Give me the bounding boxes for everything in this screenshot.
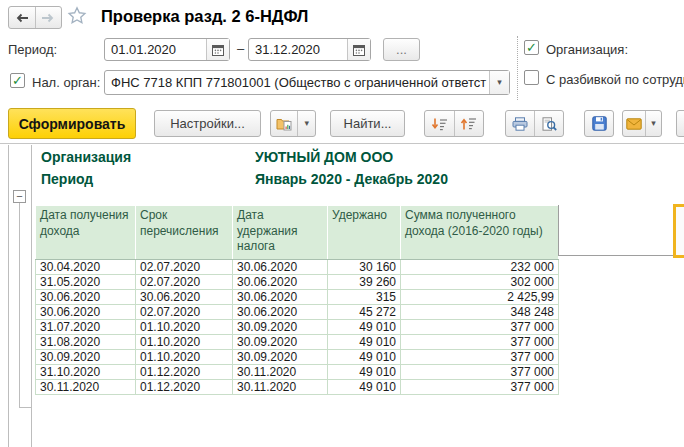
table-cell[interactable]: 01.10.2020 [136,349,233,364]
table-cell[interactable]: 49 010 [328,319,401,334]
table-cell[interactable]: 30.06.2020 [36,289,136,304]
report-variants-button[interactable] [271,111,297,136]
table-cell[interactable]: 232 000 [401,259,559,274]
table-cell[interactable]: 348 248 [401,304,559,319]
tax-office-checkbox[interactable]: ✓ [10,73,25,88]
report-table: Дата получения доходаСрок перечисленияДа… [35,205,559,395]
table-cell[interactable]: 30.11.2020 [36,379,136,394]
column-header[interactable]: Сумма полученного дохода (2016-2020 годы… [401,206,559,260]
table-cell[interactable]: 49 010 [328,334,401,349]
by-employee-checkbox[interactable] [524,70,539,85]
column-header[interactable]: Дата получения дохода [36,206,136,260]
report-header-period-value: Январь 2020 - Декабрь 2020 [255,171,448,187]
table-cell[interactable]: 30.06.2020 [233,304,328,319]
table-cell[interactable]: 30.06.2020 [233,289,328,304]
table-header-row: Дата получения доходаСрок перечисленияДа… [36,206,559,260]
arrow-right-icon [40,12,56,24]
find-button[interactable]: Найти... [330,110,405,137]
table-row: 31.08.202001.10.202030.09.202049 010377 … [36,334,559,349]
table-cell[interactable]: 30.09.2020 [36,349,136,364]
toolbar-separator [0,143,684,144]
save-button[interactable] [584,110,614,137]
table-cell[interactable]: 377 000 [401,364,559,379]
sort-ascending-button[interactable] [454,111,484,136]
sort-button-group [424,110,484,137]
table-cell[interactable]: 31.10.2020 [36,364,136,379]
table-cell[interactable]: 02.07.2020 [136,304,233,319]
table-cell[interactable]: 30.06.2020 [233,259,328,274]
table-cell[interactable]: 30 160 [328,259,401,274]
forward-button[interactable] [35,7,62,28]
period-to-value: 31.12.2020 [249,39,347,60]
email-split-button: ▾ [622,110,662,137]
table-cell[interactable]: 30.11.2020 [233,379,328,394]
table-cell[interactable]: 30.09.2020 [233,319,328,334]
table-row: 31.10.202001.12.202030.11.202049 010377 … [36,364,559,379]
period-label: Период: [8,42,57,57]
column-header[interactable]: Срок перечисления [136,206,233,260]
table-cell[interactable]: 30.06.2020 [136,289,233,304]
email-dropdown[interactable]: ▾ [645,111,661,136]
table-cell[interactable]: 01.10.2020 [136,319,233,334]
table-cell[interactable]: 01.12.2020 [136,364,233,379]
table-cell[interactable]: 377 000 [401,379,559,394]
period-to-calendar-button[interactable] [347,39,370,60]
collapse-group-button[interactable]: − [13,190,26,203]
table-cell[interactable]: 30.11.2020 [233,364,328,379]
table-cell[interactable]: 49 010 [328,349,401,364]
table-cell[interactable]: 30.04.2020 [36,259,136,274]
table-cell[interactable]: 49 010 [328,364,401,379]
report-window: Проверка разд. 2 6-НДФЛ Период: 01.01.20… [0,0,684,447]
generate-button[interactable]: Сформировать [8,108,136,139]
table-cell[interactable]: 377 000 [401,319,559,334]
favorite-star-icon[interactable] [67,6,87,26]
print-button-group [505,110,564,137]
report-header-org-value: УЮТНЫЙ ДОМ ООО [255,149,393,165]
period-from-calendar-button[interactable] [206,39,229,60]
table-cell[interactable]: 377 000 [401,349,559,364]
report-variants-dropdown[interactable]: ▾ [297,111,315,136]
column-header[interactable]: Удержано [328,206,401,260]
table-cell[interactable]: 30.06.2020 [233,274,328,289]
period-from-field[interactable]: 01.01.2020 [104,38,230,61]
period-variant-button[interactable]: ... [383,38,420,61]
table-cell[interactable]: 39 260 [328,274,401,289]
table-cell[interactable]: 315 [328,289,401,304]
by-employee-checkbox-label: С разбивкой по сотрудн [546,72,684,87]
table-cell[interactable]: 302 000 [401,274,559,289]
group-stem-foot [19,407,31,408]
tax-office-dropdown-button[interactable]: ▾ [489,71,509,94]
organization-checkbox[interactable]: ✓ [524,40,539,55]
table-cell[interactable]: 45 272 [328,304,401,319]
arrow-left-icon [14,12,30,24]
table-cell[interactable]: 30.09.2020 [233,334,328,349]
tax-office-combo[interactable]: ФНС 7718 КПП 771801001 (Общество с огран… [104,70,510,95]
print-button[interactable] [506,111,534,136]
email-button[interactable] [623,111,645,136]
period-from-value: 01.01.2020 [105,39,206,60]
table-cell[interactable]: 02.07.2020 [136,274,233,289]
report-variants-split-button: ▾ [270,110,316,137]
tax-office-value: ФНС 7718 КПП 771801001 (Общество с огран… [105,71,489,94]
table-cell[interactable]: 02.07.2020 [136,259,233,274]
table-cell[interactable]: 2 425,99 [401,289,559,304]
tax-office-label: Нал. орган: [32,75,100,90]
table-cell[interactable]: 01.12.2020 [136,379,233,394]
period-to-field[interactable]: 31.12.2020 [248,38,371,61]
table-cell[interactable]: 30.06.2020 [36,304,136,319]
table-cell[interactable]: 30.09.2020 [233,349,328,364]
sort-descending-button[interactable] [425,111,454,136]
table-row: 30.04.202002.07.202030.06.202030 160232 … [36,259,559,274]
table-cell[interactable]: 01.10.2020 [136,334,233,349]
table-cell[interactable]: 31.05.2020 [36,274,136,289]
more-toolbar-button[interactable] [676,110,684,137]
print-preview-button[interactable] [534,111,563,136]
column-header[interactable]: Дата удержания налога [233,206,328,260]
back-button[interactable] [9,7,35,28]
table-cell[interactable]: 31.07.2020 [36,319,136,334]
sort-descending-icon [431,117,448,131]
table-cell[interactable]: 49 010 [328,379,401,394]
settings-button[interactable]: Настройки... [154,110,261,137]
table-cell[interactable]: 377 000 [401,334,559,349]
table-cell[interactable]: 31.08.2020 [36,334,136,349]
